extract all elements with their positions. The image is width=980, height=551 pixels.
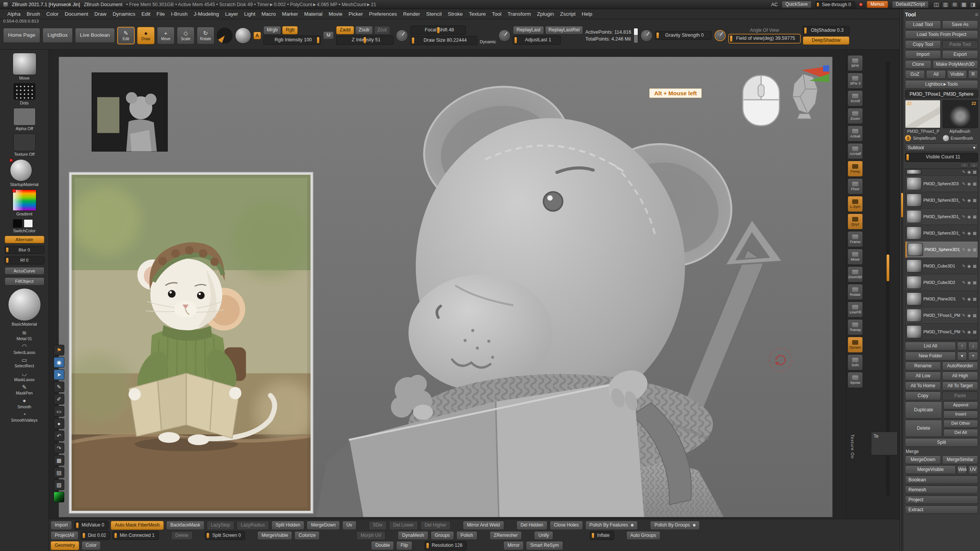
all-to-target-button[interactable]: All To Target (942, 381, 978, 390)
current-stroke-thumbnail[interactable] (13, 83, 36, 100)
lightbox-button[interactable]: LightBox (42, 28, 73, 43)
rename-button[interactable]: Rename (905, 362, 941, 370)
menu-item[interactable]: Stencil (423, 10, 444, 18)
brush-slot[interactable]: ● Smooth (11, 398, 38, 409)
canvas-tray-icon[interactable]: ✎ (54, 381, 64, 392)
polypaint-icon[interactable]: ✎ (962, 231, 965, 235)
bottom-button[interactable]: Dist 0.02 (81, 531, 110, 540)
alpha-preview[interactable] (235, 28, 251, 44)
export-button[interactable]: Export (942, 50, 978, 59)
subtool-row[interactable]: PM3D_TPose1_PM3D_Sphere3 ✎ ◉ ▦ (905, 324, 978, 340)
menu-item[interactable]: Light (242, 10, 258, 18)
main-color-swatch[interactable] (13, 219, 22, 228)
subtool-row[interactable]: PM3D_TPose1_PM3D_Sphere3 ✎ ◉ ▦ (905, 307, 978, 324)
viewport-control-button[interactable]: Zoom (848, 108, 863, 124)
viewport-control-button[interactable]: Floor (848, 178, 863, 194)
current-brush-thumbnail[interactable] (13, 53, 36, 75)
tool-palette-scrollbar-handle[interactable] (901, 193, 903, 217)
see-through-slider[interactable]: See-through 0 (815, 1, 855, 8)
canvas-tray-icon[interactable]: ↶ (54, 430, 64, 441)
bottom-button[interactable]: Morph UV (356, 531, 385, 540)
brush-slot[interactable]: ▭ SelectRect (11, 357, 38, 368)
visibility-icon[interactable]: ◉ (967, 280, 971, 285)
subtool-row[interactable]: ✎ ◉ ▦ (905, 169, 978, 176)
polypaint-icon[interactable]: ✎ (962, 181, 965, 186)
bottom-button[interactable]: LazyRadius (237, 521, 269, 530)
draw-mode-button[interactable]: ●Draw (137, 27, 155, 44)
viewport-control-button[interactable]: LineFill (848, 302, 863, 318)
rf-slider[interactable]: Rf 0 (5, 256, 44, 264)
bottom-button[interactable]: Inflate (590, 531, 614, 540)
zadd-button[interactable]: Zadd (336, 26, 354, 34)
bottom-button[interactable]: Del Higher (420, 521, 451, 530)
z-intensity-slider[interactable]: Z Intensity 51 (336, 36, 394, 45)
wireframe-icon[interactable]: ▦ (973, 214, 977, 219)
bottom-button[interactable]: Auto Groups (626, 531, 660, 540)
polypaint-icon[interactable]: ✎ (962, 280, 965, 285)
bottom-button[interactable]: Groups (431, 531, 454, 540)
document-canvas[interactable]: Alt + Mouse left (59, 57, 833, 517)
subtool-row[interactable]: PM3D_Sphere3D1_3 ✎ ◉ ▦ (905, 192, 978, 209)
wireframe-icon[interactable]: ▦ (973, 170, 977, 174)
menu-icon[interactable]: ≡ (975, 11, 978, 18)
new-folder-button[interactable]: New Folder (905, 352, 956, 360)
visibility-icon[interactable]: ◉ (967, 297, 971, 301)
stroke-preview[interactable] (217, 28, 233, 44)
menu-item[interactable]: Material (302, 10, 325, 18)
rgb-intensity-slider[interactable]: Rgb Intensity 100 (263, 36, 321, 45)
bottom-button[interactable]: Geometry (51, 541, 79, 550)
auto-reorder-button[interactable]: AutoReorder (942, 362, 978, 370)
bottom-button[interactable]: Import (51, 521, 72, 530)
polypaint-icon[interactable]: ✎ (962, 198, 965, 202)
bottom-button[interactable]: Color (82, 541, 101, 550)
accucurve-button[interactable]: AccuCurve (5, 267, 44, 275)
goz-visible-button[interactable]: Visible (947, 70, 967, 79)
polypaint-icon[interactable]: ✎ (962, 247, 965, 252)
move-mode-button[interactable]: +Move (157, 27, 175, 44)
menu-item[interactable]: Edit (139, 10, 153, 18)
all-low-button[interactable]: All Low (905, 372, 941, 380)
wireframe-icon[interactable]: ▦ (973, 280, 977, 285)
brush-slot[interactable]: ✎ MaskPen (11, 384, 38, 396)
blur-slider[interactable]: Blur 0 (5, 246, 44, 254)
current-texture-thumbnail[interactable] (13, 134, 36, 151)
canvas-tray-icon[interactable]: ● (54, 418, 64, 429)
wireframe-icon[interactable]: ▦ (973, 313, 977, 318)
project-section[interactable]: Project (905, 496, 978, 504)
texture-popup[interactable]: Te (871, 432, 898, 455)
menu-item[interactable]: Layer (222, 10, 241, 18)
goz-button[interactable]: GoZ (905, 70, 925, 79)
viewport-control-button[interactable]: Xpose (848, 372, 863, 388)
m-button[interactable]: M (323, 31, 334, 40)
subtool-row[interactable]: PM3D_Sphere3D1_6 ✎ ◉ ▦ (905, 241, 978, 258)
deepshadow-button[interactable]: DeepShadow (803, 36, 849, 45)
wireframe-icon[interactable]: ▦ (973, 264, 977, 268)
menu-item[interactable]: Tool (489, 10, 504, 18)
subtool-row[interactable]: PM3D_Sphere3D1_8 ✎ ◉ ▦ (905, 209, 978, 225)
current-material-thumbnail[interactable] (10, 159, 32, 181)
subtool-scroll-up[interactable]: ↑ (960, 163, 969, 168)
visibility-icon[interactable]: ◉ (967, 170, 971, 174)
basic-material-thumbnail[interactable] (8, 288, 41, 321)
merge-down-button[interactable]: MergeDown (905, 455, 941, 464)
zsub-button[interactable]: Zsub (355, 26, 373, 34)
bottom-button[interactable]: Mirror And Weld (463, 521, 504, 530)
wireframe-icon[interactable]: ▦ (973, 247, 977, 252)
menu-item[interactable]: Render (400, 10, 423, 18)
edit-mode-button[interactable]: ✎Edit (117, 27, 135, 44)
bottom-button[interactable]: DynaMesh (398, 531, 428, 540)
fillobject-button[interactable]: FillObject (5, 277, 44, 285)
menu-item[interactable]: Document (62, 10, 91, 18)
eraserbrush-slot[interactable]: EraserBrush (943, 135, 978, 141)
mrgb-button[interactable]: Mrgb (263, 26, 281, 34)
rgb-button[interactable]: Rgb (282, 26, 298, 34)
menu-item[interactable]: Color (44, 10, 61, 18)
visibility-icon[interactable]: ◉ (967, 247, 971, 252)
texture-on-tab[interactable]: Texture On (850, 434, 855, 459)
tool-thumbnail-current[interactable]: 22 (905, 100, 941, 128)
scale-mode-button[interactable]: ◇Scale (177, 27, 194, 44)
polypaint-icon[interactable]: ✎ (962, 313, 965, 318)
clone-button[interactable]: Clone (905, 60, 931, 69)
bottom-button[interactable]: Del Hidden (516, 521, 547, 530)
canvas-scrollbar[interactable] (886, 61, 890, 496)
